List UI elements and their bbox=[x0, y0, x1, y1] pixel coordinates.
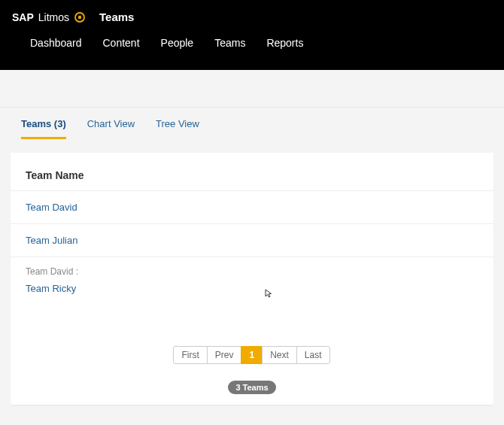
tab-tree-view[interactable]: Tree View bbox=[156, 118, 199, 139]
brand-secondary: Litmos bbox=[38, 11, 69, 23]
summary-badge-wrap: 3 Teams bbox=[11, 381, 493, 394]
sub-header-spacer bbox=[0, 70, 504, 108]
table-row: Team Ricky bbox=[11, 280, 493, 305]
tab-teams[interactable]: Teams (3) bbox=[21, 118, 66, 139]
nav-people[interactable]: People bbox=[161, 37, 194, 49]
page-first-button[interactable]: First bbox=[173, 346, 207, 364]
brand-primary: SAP bbox=[12, 11, 34, 23]
table-row: Team Julian bbox=[11, 223, 493, 257]
tab-chart-view[interactable]: Chart View bbox=[87, 118, 135, 139]
table-row-parent-label: Team David : bbox=[11, 257, 493, 280]
svg-point-1 bbox=[78, 15, 81, 18]
app-header: SAP Litmos Teams Dashboard Content Peopl… bbox=[0, 0, 504, 70]
table-row: Team David bbox=[11, 190, 493, 223]
pagination: First Prev 1 Next Last bbox=[11, 346, 493, 364]
team-link[interactable]: Team Ricky bbox=[26, 283, 76, 294]
brand: SAP Litmos bbox=[12, 11, 86, 23]
nav-teams[interactable]: Teams bbox=[214, 37, 245, 49]
nav-dashboard[interactable]: Dashboard bbox=[30, 37, 82, 49]
main-nav: Dashboard Content People Teams Reports bbox=[0, 28, 504, 59]
page-next-button[interactable]: Next bbox=[262, 346, 297, 364]
total-teams-badge: 3 Teams bbox=[228, 381, 275, 394]
nav-reports[interactable]: Reports bbox=[266, 37, 303, 49]
column-header-team-name[interactable]: Team Name bbox=[11, 169, 493, 190]
team-link[interactable]: Team Julian bbox=[26, 235, 77, 246]
page-title: Teams bbox=[99, 11, 134, 23]
litmos-logo-icon bbox=[74, 11, 86, 23]
nav-content[interactable]: Content bbox=[103, 37, 140, 49]
view-tabs: Teams (3) Chart View Tree View bbox=[0, 108, 504, 139]
page-number-button[interactable]: 1 bbox=[241, 346, 263, 364]
page-prev-button[interactable]: Prev bbox=[207, 346, 242, 364]
header-top: SAP Litmos Teams bbox=[0, 0, 504, 28]
page-last-button[interactable]: Last bbox=[296, 346, 330, 364]
teams-card: Team Name Team David Team Julian Team Da… bbox=[11, 153, 493, 405]
team-link[interactable]: Team David bbox=[26, 202, 77, 213]
